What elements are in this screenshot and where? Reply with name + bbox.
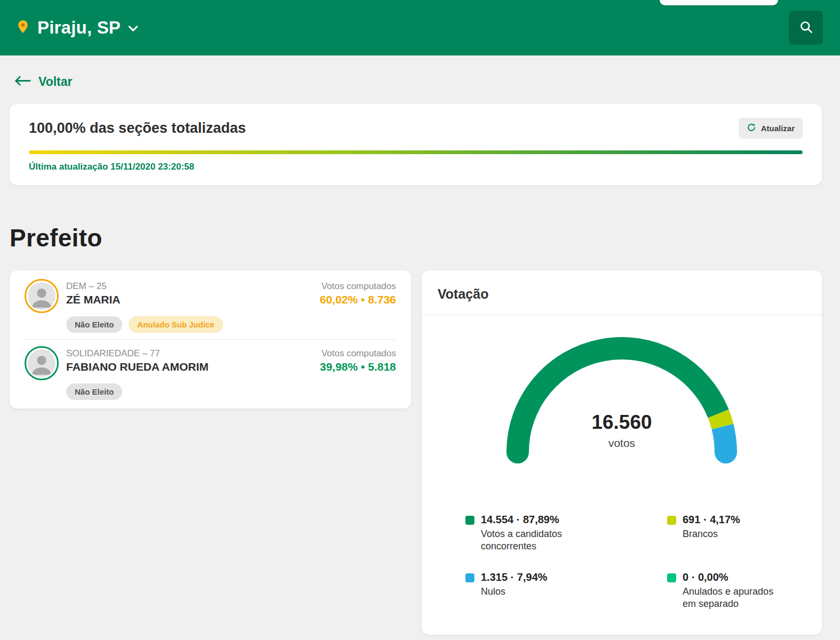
votacao-card: Votação 16.560 votos 14.554 · 87,89% Vot… (422, 270, 822, 635)
totalization-card: 100,00% das seções totalizadas Atualizar… (10, 104, 822, 185)
candidate-row[interactable]: SOLIDARIEDADE – 77 FABIANO RUEDA AMORIM … (25, 346, 396, 400)
person-icon (28, 282, 56, 310)
chevron-down-icon (128, 25, 138, 34)
legend-label: Anulados e apurados em separado (683, 586, 778, 611)
votacao-title: Votação (422, 270, 822, 315)
candidate-row[interactable]: DEM – 25 ZÉ MARIA Votos computados 60,02… (25, 279, 396, 333)
votacao-legend: 14.554 · 87,89% Votos a candidatos conco… (422, 514, 822, 611)
candidates-card: DEM – 25 ZÉ MARIA Votos computados 60,02… (10, 270, 411, 409)
votacao-gauge-wrap: 16.560 votos (494, 322, 750, 466)
back-link[interactable]: Voltar (14, 75, 72, 89)
candidate-avatar (25, 346, 59, 380)
candidate-party: DEM – 25 (66, 281, 121, 292)
votes-computed-value: 60,02% • 8.736 (320, 293, 396, 306)
legend-item: 14.554 · 87,89% Votos a candidatos conco… (465, 514, 667, 553)
legend-swatch (465, 516, 474, 525)
status-badge: Não Eleito (66, 383, 122, 400)
candidate-photo (28, 349, 56, 377)
candidate-party: SOLIDARIEDADE – 77 (66, 348, 209, 359)
votes-computed-value: 39,98% • 5.818 (320, 361, 396, 373)
location-pin-icon (16, 18, 30, 37)
page-title: Prefeito (10, 223, 822, 252)
status-badge: Anulado Sub Judice (129, 316, 223, 333)
legend-item: 1.315 · 7,94% Nulos (465, 571, 667, 611)
candidate-photo (28, 282, 56, 310)
legend-value: 691 · 4,17% (683, 514, 740, 526)
candidate-avatar (25, 279, 59, 313)
divider (422, 315, 822, 315)
legend-item: 0 · 0,00% Anulados e apurados em separad… (667, 571, 778, 611)
location-selector[interactable]: Piraju, SP (16, 18, 138, 38)
legend-value: 1.315 · 7,94% (481, 571, 548, 583)
totalization-progress-track (29, 150, 803, 154)
legend-label: Brancos (683, 528, 740, 540)
votes-computed-label: Votos computados (320, 348, 396, 359)
totalization-title: 100,00% das seções totalizadas (29, 120, 246, 137)
totalization-progress-fill (29, 150, 803, 154)
votacao-gauge (494, 322, 750, 463)
legend-value: 14.554 · 87,89% (481, 514, 596, 526)
location-title: Piraju, SP (37, 18, 121, 38)
refresh-label: Atualizar (761, 124, 795, 133)
status-badge: Não Eleito (66, 316, 122, 333)
person-icon (28, 349, 56, 377)
search-popup-fragment (660, 0, 778, 5)
legend-value: 0 · 0,00% (683, 571, 778, 583)
legend-swatch (465, 573, 474, 582)
legend-label: Votos a candidatos concorrentes (481, 528, 596, 553)
legend-swatch (667, 516, 676, 525)
search-icon (799, 20, 813, 36)
app-header: Piraju, SP (0, 0, 840, 55)
refresh-icon (747, 123, 756, 134)
divider (25, 339, 396, 340)
back-label: Voltar (38, 75, 72, 89)
candidate-name: FABIANO RUEDA AMORIM (66, 361, 209, 373)
candidate-name: ZÉ MARIA (66, 293, 121, 306)
votes-computed-label: Votos computados (320, 281, 396, 292)
refresh-button[interactable]: Atualizar (739, 118, 803, 139)
back-arrow-icon (14, 75, 31, 89)
legend-label: Nulos (481, 586, 548, 598)
search-button[interactable] (789, 11, 823, 45)
legend-swatch (667, 573, 676, 582)
legend-item: 691 · 4,17% Brancos (667, 514, 778, 553)
last-update-text: Última atualização 15/11/2020 23:20:58 (29, 162, 803, 172)
